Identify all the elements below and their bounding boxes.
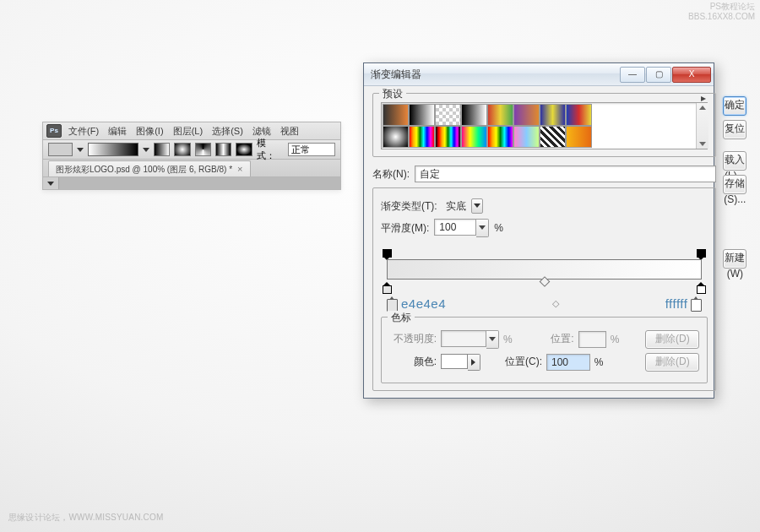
color-position-input[interactable]: 100 [546, 354, 590, 371]
chevron-right-icon[interactable] [468, 354, 480, 371]
percent-sign: % [494, 222, 503, 234]
opacity-stop-left[interactable] [383, 249, 392, 258]
preset-grid [381, 102, 708, 149]
stops-group: 色标 不透明度: % 位置: % 删除(D) 颜色: 位置(C [381, 317, 708, 383]
watermark-top-right: PS教程论坛 BBS.16XX8.COM [688, 2, 755, 21]
percent-sign: % [611, 334, 620, 345]
opacity-stop-right[interactable] [697, 249, 706, 258]
opacity-input [441, 330, 499, 349]
preset-swatch[interactable] [487, 126, 513, 148]
name-row: 名称(N): 自定 [372, 166, 716, 182]
diamond-gradient-icon[interactable] [236, 143, 252, 156]
maximize-button[interactable]: ▢ [646, 67, 671, 83]
color-swatch-picker[interactable] [441, 354, 480, 371]
stops-label: 色标 [388, 311, 415, 325]
dialog-action-column: 确定 复位 载入(L)... 存储(S)... 新建(W) [723, 93, 746, 391]
preset-swatch[interactable] [566, 126, 592, 148]
menu-edit[interactable]: 编辑 [108, 126, 127, 136]
dialog-title: 渐变编辑器 [371, 68, 619, 82]
photoshop-menubar-snippet: Ps 文件(F) 编辑 图像(I) 图层(L) 选择(S) 滤镜 视图 模式： … [42, 122, 341, 190]
reflected-gradient-icon[interactable] [215, 143, 231, 156]
mode-select[interactable]: 正常 [288, 143, 335, 156]
reset-button[interactable]: 复位 [723, 120, 746, 139]
menu-view[interactable]: 视图 [280, 126, 299, 136]
load-button[interactable]: 载入(L)... [723, 151, 746, 171]
close-tab-icon[interactable]: × [237, 162, 242, 176]
close-button[interactable]: X [672, 67, 711, 83]
angle-gradient-icon[interactable] [195, 143, 211, 156]
preset-swatch[interactable] [435, 126, 461, 148]
preset-swatch[interactable] [513, 126, 540, 148]
right-hex: ffffff [665, 296, 688, 311]
document-tab[interactable]: 图形炫彩LOGO.psd @ 100% (图层 6, RGB/8) * × [48, 160, 251, 176]
presets-scrollbar[interactable] [696, 103, 708, 149]
gradient-editor-dialog: 渐变编辑器 — ▢ X 预设 ▸ [363, 62, 714, 399]
chevron-down-icon[interactable] [143, 148, 149, 152]
chevron-down-icon[interactable] [476, 219, 489, 237]
stop-pin-icon [691, 299, 702, 312]
tool-preset-thumb[interactable] [48, 143, 73, 156]
menu-layer[interactable]: 图层(L) [173, 126, 203, 136]
gradient-type-select[interactable]: 实底 [442, 198, 483, 214]
opacity-label: 不透明度: [389, 332, 437, 346]
preset-swatch[interactable] [566, 104, 592, 126]
gradient-settings-group: 渐变类型(T): 实底 平滑度(M): 100 % [372, 187, 716, 391]
color-label: 颜色: [389, 355, 437, 369]
linear-gradient-icon[interactable] [154, 143, 170, 156]
new-button[interactable]: 新建(W) [723, 249, 746, 269]
preset-swatch[interactable] [461, 126, 487, 148]
mode-label: 模式： [257, 137, 284, 162]
preset-swatch[interactable] [435, 104, 461, 126]
name-label: 名称(N): [372, 167, 410, 182]
percent-sign: % [503, 334, 513, 345]
preset-swatch[interactable] [540, 126, 566, 148]
preset-swatch[interactable] [487, 104, 513, 126]
preset-swatch[interactable] [409, 104, 435, 126]
document-tabs: 图形炫彩LOGO.psd @ 100% (图层 6, RGB/8) * × [42, 160, 341, 177]
position-label: 位置(C): [495, 355, 542, 369]
preset-swatch[interactable] [383, 104, 409, 126]
menu-file[interactable]: 文件(F) [68, 126, 99, 136]
presets-label: 预设 [379, 87, 406, 101]
preset-swatch[interactable] [409, 126, 435, 148]
percent-sign: % [594, 356, 604, 368]
chevron-down-icon [486, 330, 499, 349]
radial-gradient-icon[interactable] [174, 143, 190, 156]
color-stop-right[interactable] [697, 282, 706, 293]
chevron-down-icon [471, 198, 483, 214]
menu-filter[interactable]: 滤镜 [252, 126, 271, 136]
stop-hex-labels: e4e4e4 ◇ ffffff [383, 296, 705, 312]
minimize-button[interactable]: — [620, 67, 645, 83]
stop-pin-icon [387, 299, 398, 312]
menubar: Ps 文件(F) 编辑 图像(I) 图层(L) 选择(S) 滤镜 视图 [42, 122, 341, 140]
document-title: 图形炫彩LOGO.psd @ 100% (图层 6, RGB/8) * [56, 162, 232, 176]
titlebar[interactable]: 渐变编辑器 — ▢ X [364, 63, 714, 86]
ok-button[interactable]: 确定 [723, 96, 746, 116]
save-button[interactable]: 存储(S)... [723, 175, 746, 194]
position-input [578, 331, 606, 348]
presets-group: 预设 ▸ [372, 93, 716, 157]
chevron-down-icon [47, 182, 54, 186]
watermark-bottom-left: 思缘设计论坛，WWW.MISSYUAN.COM [8, 512, 163, 524]
position-label: 位置: [527, 332, 574, 346]
menu-image[interactable]: 图像(I) [136, 126, 163, 136]
presets-flyout-icon[interactable]: ▸ [698, 92, 709, 102]
options-bar: 模式： 正常 [42, 140, 341, 160]
preset-swatch[interactable] [461, 104, 487, 126]
gradient-preview[interactable] [88, 143, 138, 156]
preset-swatch[interactable] [383, 126, 409, 148]
menu-items: 文件(F) 编辑 图像(I) 图层(L) 选择(S) 滤镜 视图 [68, 125, 306, 138]
preset-swatch[interactable] [540, 104, 566, 126]
preset-swatch[interactable] [513, 104, 540, 126]
name-input[interactable]: 自定 [415, 166, 716, 182]
gradient-type-label: 渐变类型(T): [381, 199, 437, 214]
delete-opacity-stop-button: 删除(D) [645, 330, 699, 349]
color-chip[interactable] [441, 354, 468, 369]
color-stop-left[interactable] [383, 282, 392, 293]
menu-select[interactable]: 选择(S) [212, 126, 243, 136]
gradient-bar-editor[interactable] [381, 249, 708, 293]
chevron-down-icon[interactable] [77, 148, 84, 152]
smoothness-label: 平滑度(M): [381, 221, 429, 236]
delete-color-stop-button: 删除(D) [645, 353, 699, 372]
smoothness-input[interactable]: 100 [434, 219, 489, 237]
